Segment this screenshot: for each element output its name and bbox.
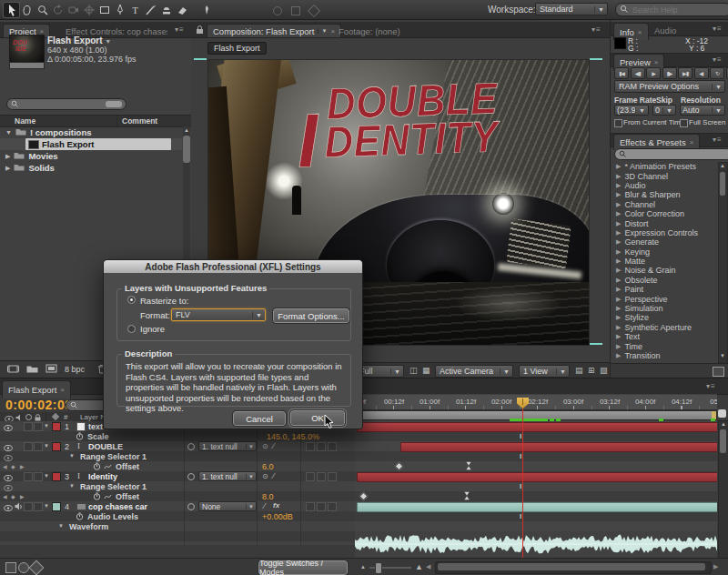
format-options-button[interactable]: Format Options... <box>273 308 349 323</box>
exposure-icon[interactable]: ▧ <box>600 366 608 375</box>
effects-item[interactable]: ▶Expression Controls <box>612 228 716 237</box>
camera-select[interactable]: Active Camera▼ <box>435 365 513 378</box>
keyframe-prev-icon[interactable]: ◀ <box>3 493 7 499</box>
tab-timeline-flash-export[interactable]: Flash Export× <box>2 380 71 398</box>
ignore-radio[interactable] <box>127 325 136 333</box>
workspace-select[interactable]: Standard▼ <box>535 3 608 15</box>
twirl-icon[interactable]: ▼ <box>44 423 49 429</box>
keyframe-hourglass[interactable] <box>465 461 472 472</box>
audio-levels-value[interactable]: +0.00dB <box>262 512 293 521</box>
layer-row-2[interactable]: ▼ 2 I DOUBLE 1. text null▼ ⊙ ∕ <box>0 441 355 451</box>
project-search-input[interactable] <box>21 99 103 110</box>
disclosure-open-icon[interactable]: ▼ <box>5 129 12 136</box>
previous-frame-button[interactable]: ◀▮ <box>631 67 645 79</box>
property-row-offset-2[interactable]: ◀ ◆ ▶ Offset 8.0 <box>0 491 355 501</box>
type-tool-icon[interactable]: T <box>127 3 143 17</box>
effects-item[interactable]: ▶Distort <box>612 218 716 227</box>
twirl-icon[interactable]: ▼ <box>44 443 49 449</box>
ignore-label[interactable]: Ignore <box>140 324 165 334</box>
panel-menu-icon[interactable]: ▾≡ <box>175 25 185 34</box>
preview-resolution-select[interactable]: Auto▼ <box>680 105 725 116</box>
close-icon[interactable]: × <box>60 386 65 394</box>
effects-search-input[interactable] <box>629 149 728 160</box>
expand-inout-icon[interactable] <box>29 560 45 575</box>
effects-item[interactable]: ▶Perspective <box>612 294 716 303</box>
group-row-waveform[interactable]: ▼ Waveform <box>0 521 355 531</box>
twirl-icon[interactable]: ▼ <box>69 453 75 459</box>
keyframe-add-icon[interactable]: ◆ <box>11 493 15 499</box>
keyframe-add-icon[interactable]: ◆ <box>11 463 15 469</box>
effects-item[interactable]: ▶Channel <box>612 200 716 209</box>
property-row-offset-1[interactable]: ◀ ◆ ▶ Offset 6.0 <box>0 461 355 471</box>
puppet-pin-tool-icon[interactable] <box>198 3 214 17</box>
label-swatch[interactable] <box>52 442 61 451</box>
comp-marker-bin[interactable] <box>718 409 726 418</box>
project-search[interactable] <box>6 98 126 110</box>
panel-menu-icon[interactable]: ▾≡ <box>592 25 602 34</box>
expand-layers-icon[interactable] <box>5 562 16 573</box>
layer-bar-text[interactable] <box>357 422 717 432</box>
effects-item[interactable]: ▶Paint <box>612 285 716 294</box>
ok-button[interactable]: OK <box>290 410 345 426</box>
label-swatch[interactable] <box>52 472 61 481</box>
effects-switch-icon[interactable]: ∕ <box>264 501 266 510</box>
chevron-down-icon[interactable]: ▼ <box>318 28 327 34</box>
layer-bar-double[interactable] <box>400 442 717 452</box>
label-swatch[interactable] <box>52 422 61 431</box>
keyframe-next-icon[interactable]: ▶ <box>20 463 25 469</box>
scroll-up-icon[interactable]: ▲ <box>184 127 189 133</box>
brush-tool-icon[interactable] <box>143 3 158 17</box>
quality-icon[interactable] <box>187 503 195 510</box>
toggle-switches-modes-button[interactable]: Toggle Switches / Modes <box>258 560 348 575</box>
close-icon[interactable]: × <box>654 58 659 66</box>
twirl-icon[interactable]: ▼ <box>44 473 49 479</box>
project-columns-header[interactable]: Name Comment <box>0 115 191 127</box>
new-composition-icon[interactable] <box>46 364 57 375</box>
timeline-hscrollbar[interactable] <box>435 561 712 574</box>
ram-preview-options-select[interactable]: RAM Preview Options▼ <box>614 80 725 93</box>
effects-item[interactable]: ▶Transition <box>612 351 716 360</box>
current-time-indicator-line[interactable] <box>522 409 523 571</box>
motion-blur-icon[interactable]: ⊙ <box>262 472 268 480</box>
effects-item[interactable]: ▶Time <box>612 341 716 350</box>
hscroll-left-icon[interactable]: ◀ <box>426 563 430 570</box>
rotate-tool-icon[interactable] <box>50 3 66 17</box>
hand-tool-icon[interactable] <box>19 3 35 17</box>
property-row-scale[interactable]: Scale 145.0, 145.0% <box>0 431 355 441</box>
keyframe-prev-icon[interactable]: ◀ <box>3 463 7 469</box>
panel-menu-icon[interactable]: ▾≡ <box>713 25 723 33</box>
effects-item[interactable]: ▶Color Correction <box>612 209 716 218</box>
group-row-range-selector-2[interactable]: ▼ Range Selector 1 <box>0 481 355 491</box>
hscroll-right-icon[interactable]: ▶ <box>713 563 718 570</box>
pen-tool-icon[interactable] <box>112 3 127 17</box>
twirl-icon[interactable]: ▼ <box>44 503 49 509</box>
layer-bar-cop-chases-car[interactable] <box>357 502 717 512</box>
quality-icon[interactable] <box>187 473 195 480</box>
effects-item[interactable]: ▶Audio <box>612 181 716 190</box>
rasterize-radio[interactable] <box>127 296 136 304</box>
twirl-icon[interactable]: ▼ <box>69 483 75 489</box>
zoom-in-mountain-icon[interactable]: ▲ <box>415 562 423 571</box>
effects-item[interactable]: ▶* Animation Presets <box>612 162 716 171</box>
timeline-zoom-thumb[interactable] <box>375 562 382 574</box>
layer-row-4[interactable]: ▼ 4 cop chases car None▼ ∕ fx <box>0 501 355 511</box>
parent-select[interactable]: 1. text null▼ <box>198 441 257 451</box>
comp-crumb[interactable]: Flash Export <box>207 42 267 55</box>
bit-depth-label[interactable]: 8 bpc <box>65 365 85 374</box>
property-row-audio-levels[interactable]: Audio Levels +0.00dB <box>0 511 355 521</box>
close-icon[interactable]: × <box>330 27 335 35</box>
layer-row-3[interactable]: ▼ 3 I Identity 1. text null▼ ⊙ ∕ <box>0 471 355 481</box>
panel-menu-icon[interactable]: ▾≡ <box>713 55 723 64</box>
format-select[interactable]: FLV▼ <box>171 308 266 321</box>
effects-item[interactable]: ▶Keying <box>612 247 716 257</box>
next-frame-button[interactable]: ▮▶ <box>662 67 677 79</box>
dialog-titlebar[interactable]: Adobe Flash Professional (XFL) Settings <box>104 260 362 273</box>
guides-icon[interactable]: ▤ <box>575 366 583 375</box>
audio-button[interactable]: ◀) <box>694 67 709 79</box>
pan-behind-tool-icon[interactable] <box>81 3 96 17</box>
zoom-out-mountain-icon[interactable]: ▲ <box>360 564 366 570</box>
loop-button[interactable]: ↻ <box>710 67 724 79</box>
effects-item[interactable]: ▶Simulation <box>612 304 716 313</box>
project-comp-name[interactable]: Flash Export ▼ <box>47 35 111 45</box>
disclosure-closed-icon[interactable]: ▶ <box>5 165 10 172</box>
